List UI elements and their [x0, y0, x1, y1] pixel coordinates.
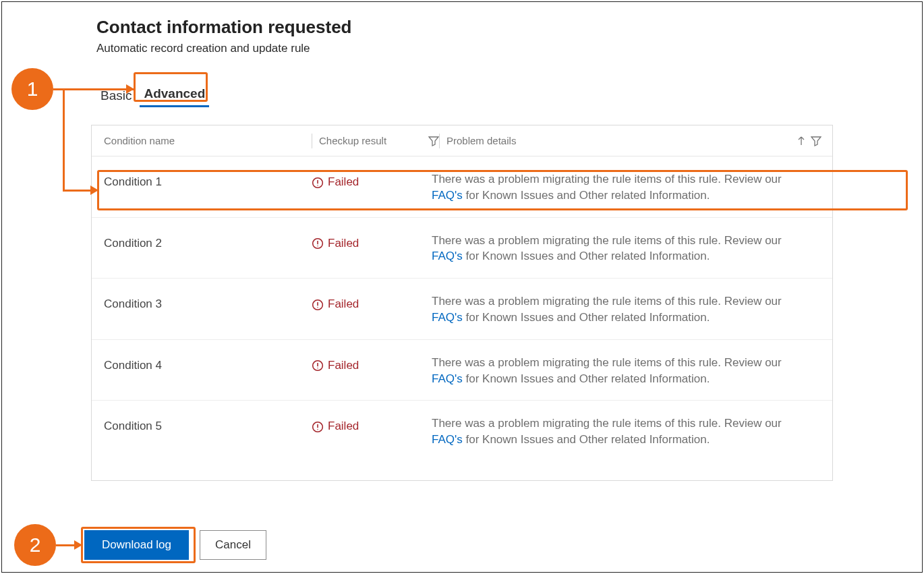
problem-details-cell: There was a problem migrating the rule i… [432, 293, 832, 326]
condition-name-cell: Condition 3 [92, 293, 312, 311]
faq-link[interactable]: FAQ's [432, 189, 463, 202]
result-text: Failed [328, 420, 359, 433]
sort-asc-icon[interactable] [796, 136, 807, 146]
col-header-checkup-result[interactable]: Checkup result [319, 135, 424, 146]
table-row[interactable]: Condition 2FailedThere was a problem mig… [92, 218, 832, 279]
checkup-result-cell: Failed [312, 415, 432, 433]
svg-point-11 [317, 368, 318, 368]
download-log-button[interactable]: Download log [84, 530, 189, 560]
annotation-callout-2: 2 [14, 524, 56, 566]
annotation-arrow-segment [53, 88, 134, 90]
checkup-result-cell: Failed [312, 233, 432, 250]
condition-name-cell: Condition 5 [92, 415, 312, 433]
checkup-result-cell: Failed [312, 293, 432, 311]
condition-name-cell: Condition 4 [92, 355, 312, 372]
svg-point-2 [317, 185, 318, 185]
error-icon [312, 237, 324, 250]
col-header-problem-details[interactable]: Problem details [446, 135, 792, 146]
result-text: Failed [328, 359, 359, 372]
filter-icon[interactable] [428, 136, 439, 146]
result-text: Failed [328, 237, 359, 250]
annotation-callout-1: 1 [11, 68, 53, 110]
error-icon [312, 297, 324, 311]
page-subtitle: Automatic record creation and update rul… [96, 42, 922, 55]
annotation-arrow-segment [63, 90, 65, 190]
svg-point-5 [317, 246, 318, 246]
faq-link[interactable]: FAQ's [432, 311, 463, 324]
table-row[interactable]: Condition 4FailedThere was a problem mig… [92, 340, 832, 401]
conditions-grid: Condition name Checkup result Problem de… [91, 125, 833, 481]
error-icon [312, 420, 324, 433]
result-text: Failed [328, 297, 359, 311]
faq-link[interactable]: FAQ's [432, 372, 463, 385]
col-header-condition-name[interactable]: Condition name [104, 135, 312, 146]
faq-link[interactable]: FAQ's [432, 433, 463, 446]
checkup-result-cell: Failed [312, 355, 432, 372]
problem-details-cell: There was a problem migrating the rule i… [432, 415, 832, 448]
cancel-button[interactable]: Cancel [200, 530, 266, 560]
problem-details-cell: There was a problem migrating the rule i… [432, 355, 832, 387]
condition-name-cell: Condition 1 [92, 171, 312, 189]
error-icon [312, 175, 324, 189]
grid-header: Condition name Checkup result Problem de… [92, 125, 832, 156]
problem-details-cell: There was a problem migrating the rule i… [432, 233, 832, 265]
tab-advanced[interactable]: Advanced [140, 84, 209, 107]
tabs: Basic Advanced [96, 84, 922, 107]
annotation-arrow-head [74, 540, 82, 550]
table-row[interactable]: Condition 5FailedThere was a problem mig… [92, 401, 832, 461]
faq-link[interactable]: FAQ's [432, 250, 463, 262]
table-row[interactable]: Condition 1FailedThere was a problem mig… [92, 156, 832, 218]
svg-point-14 [317, 429, 318, 430]
result-text: Failed [328, 175, 359, 189]
page-title: Contact information requested [96, 17, 922, 38]
error-icon [312, 359, 324, 372]
annotation-arrow-head [126, 84, 134, 94]
checkup-result-cell: Failed [312, 171, 432, 189]
svg-point-8 [317, 307, 318, 308]
annotation-arrow-head [90, 185, 98, 195]
table-row[interactable]: Condition 3FailedThere was a problem mig… [92, 279, 832, 340]
problem-details-cell: There was a problem migrating the rule i… [432, 171, 832, 204]
condition-name-cell: Condition 2 [92, 233, 312, 250]
filter-icon[interactable] [811, 136, 821, 146]
